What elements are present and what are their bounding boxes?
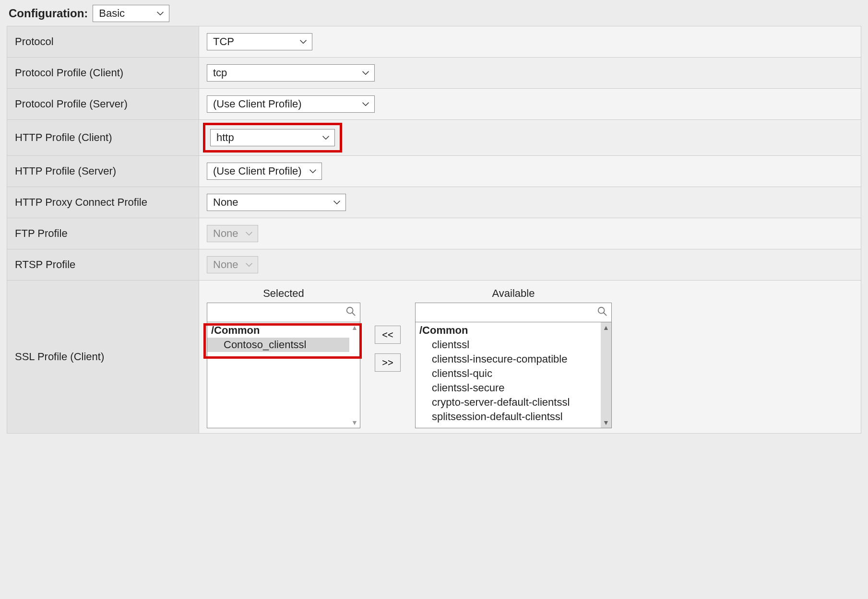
svg-point-2 [598, 307, 605, 313]
http-profile-client-select[interactable]: http [210, 129, 335, 146]
ssl-profile-client-label: SSL Profile (Client) [7, 281, 199, 434]
chevron-down-icon [322, 135, 330, 140]
ssl-selected-group: /Common [207, 322, 349, 338]
protocol-value: TCP [213, 35, 234, 48]
list-item[interactable]: Contoso_clientssl [207, 338, 349, 352]
protocol-profile-client-value: tcp [213, 67, 227, 79]
svg-line-1 [352, 312, 355, 315]
configuration-label: Configuration: [9, 7, 88, 20]
http-profile-server-label: HTTP Profile (Server) [7, 156, 199, 187]
chevron-down-icon [309, 169, 317, 174]
protocol-label: Protocol [7, 26, 199, 58]
rtsp-profile-select: None [207, 256, 258, 273]
protocol-select[interactable]: TCP [207, 33, 312, 50]
ftp-profile-label: FTP Profile [7, 218, 199, 249]
ssl-available-column: Available /Common clientssl [415, 287, 612, 428]
protocol-profile-server-label: Protocol Profile (Server) [7, 89, 199, 120]
protocol-profile-client-select[interactable]: tcp [207, 64, 375, 82]
scrollbar[interactable]: ▲ ▼ [601, 322, 611, 428]
chevron-down-icon [333, 200, 341, 205]
rtsp-profile-value: None [213, 258, 238, 271]
move-right-button[interactable]: >> [375, 353, 401, 372]
svg-point-0 [347, 307, 353, 313]
chevron-down-icon [362, 70, 369, 75]
chevron-down-icon [362, 102, 369, 106]
ssl-selected-title: Selected [263, 287, 304, 300]
list-item[interactable]: clientssl-insecure-compatible [416, 352, 601, 366]
scroll-down-icon: ▼ [351, 419, 358, 426]
http-profile-client-label: HTTP Profile (Client) [7, 120, 199, 156]
ssl-move-buttons: << >> [375, 326, 401, 372]
protocol-profile-server-value: (Use Client Profile) [213, 98, 302, 110]
http-profile-client-value: http [216, 131, 234, 144]
configuration-mode-select[interactable]: Basic [93, 5, 169, 22]
list-item[interactable]: clientssl-secure [416, 381, 601, 395]
list-item[interactable]: clientssl-quic [416, 366, 601, 381]
http-proxy-connect-label: HTTP Proxy Connect Profile [7, 187, 199, 218]
http-profile-client-highlight: http [203, 123, 342, 153]
protocol-profile-server-select[interactable]: (Use Client Profile) [207, 95, 375, 113]
list-item[interactable]: splitsession-default-clientssl [416, 410, 601, 424]
search-icon [345, 306, 356, 319]
http-proxy-connect-select[interactable]: None [207, 194, 346, 211]
ssl-available-listbox[interactable]: /Common clientssl clientssl-insecure-com… [415, 303, 612, 428]
http-proxy-connect-value: None [213, 196, 238, 209]
ssl-selected-column: Selected /Common Contoso_clientssl [207, 287, 360, 428]
scroll-up-icon: ▲ [603, 324, 609, 331]
list-item[interactable]: crypto-server-default-clientssl [416, 395, 601, 410]
ssl-selected-listbox[interactable]: /Common Contoso_clientssl ▲ ▼ [207, 303, 360, 428]
ssl-available-search[interactable] [416, 303, 611, 322]
scrollbar[interactable]: ▲ ▼ [349, 322, 360, 428]
scroll-up-icon: ▲ [351, 324, 358, 331]
ssl-available-title: Available [492, 287, 535, 300]
chevron-down-icon [245, 231, 253, 236]
chevron-down-icon [299, 39, 307, 44]
scroll-down-icon: ▼ [603, 419, 609, 426]
ssl-profile-dual-list: Selected /Common Contoso_clientssl [207, 287, 853, 428]
configuration-mode-value: Basic [99, 7, 125, 20]
list-item[interactable]: clientssl [416, 338, 601, 352]
protocol-profile-client-label: Protocol Profile (Client) [7, 58, 199, 89]
configuration-table: Protocol TCP Protocol Profile (Client) t… [7, 26, 861, 434]
chevron-down-icon [156, 11, 164, 16]
move-left-button[interactable]: << [375, 326, 401, 344]
http-profile-server-select[interactable]: (Use Client Profile) [207, 163, 322, 180]
ssl-selected-search[interactable] [207, 303, 360, 322]
chevron-down-icon [245, 262, 253, 267]
ftp-profile-select: None [207, 225, 258, 242]
svg-line-3 [604, 312, 606, 315]
ssl-available-group: /Common [416, 322, 601, 338]
http-profile-server-value: (Use Client Profile) [213, 165, 302, 177]
configuration-header: Configuration: Basic [9, 5, 861, 22]
search-icon [597, 306, 607, 319]
ftp-profile-value: None [213, 227, 238, 240]
rtsp-profile-label: RTSP Profile [7, 249, 199, 281]
